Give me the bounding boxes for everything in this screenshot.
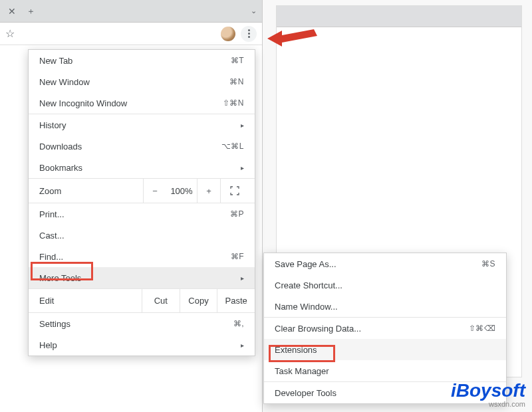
menu-label: Create Shortcut... [275, 280, 495, 290]
menu-label: Edit [29, 296, 142, 306]
menu-item-edit: Edit Cut Copy Paste [29, 288, 255, 312]
brand-logo: iBoysoft [451, 380, 525, 401]
tab-dropdown-button[interactable]: ⌄ [251, 7, 257, 15]
shortcut: ⌘, [233, 319, 244, 328]
tab-close-button[interactable]: ✕ [3, 3, 21, 19]
menu-item-downloads[interactable]: Downloads ⌥⌘L [29, 136, 255, 157]
menu-label: Extensions [275, 345, 495, 355]
close-icon: ✕ [8, 6, 16, 17]
menu-label: Help [39, 340, 235, 350]
menu-label: Zoom [29, 186, 143, 196]
submenu-item-save-page[interactable]: Save Page As... ⌘S [264, 253, 506, 274]
menu-label: Task Manager [275, 366, 495, 376]
edit-cut-button[interactable]: Cut [142, 289, 180, 312]
edit-copy-button[interactable]: Copy [180, 289, 217, 312]
menu-label: Settings [39, 319, 233, 329]
shortcut: ⌘N [229, 77, 244, 86]
chevron-right-icon: ▸ [241, 342, 244, 349]
submenu-item-name-window[interactable]: Name Window... [264, 296, 506, 317]
menu-label: New Window [39, 77, 229, 87]
chevron-right-icon: ▸ [241, 122, 244, 129]
menu-item-new-tab[interactable]: New Tab ⌘T [29, 50, 255, 71]
menu-label: History [39, 120, 235, 130]
menu-item-new-incognito[interactable]: New Incognito Window ⇧⌘N [29, 92, 255, 114]
chrome-main-menu: New Tab ⌘T New Window ⌘N New Incognito W… [28, 49, 255, 356]
menu-item-settings[interactable]: Settings ⌘, [29, 313, 255, 334]
shortcut: ⌘T [231, 56, 244, 65]
menu-label: Bookmarks [39, 163, 235, 173]
zoom-in-button[interactable]: + [197, 179, 220, 203]
menu-label: Clear Browsing Data... [275, 324, 469, 334]
menu-item-bookmarks[interactable]: Bookmarks ▸ [29, 157, 255, 178]
chevron-right-icon: ▸ [241, 274, 244, 282]
watermark: iBoysoft wsxdn.com [451, 380, 525, 408]
fullscreen-button[interactable] [220, 179, 248, 203]
menu-item-new-window[interactable]: New Window ⌘N [29, 71, 255, 92]
tab-strip [277, 6, 521, 27]
submenu-item-task-manager[interactable]: Task Manager [264, 360, 506, 381]
menu-item-zoom: Zoom − 100% + [29, 179, 255, 203]
kebab-menu-button[interactable] [241, 26, 257, 42]
shortcut: ⇧⌘⌫ [469, 324, 496, 333]
zoom-level: 100% [166, 186, 197, 196]
shortcut: ⇧⌘N [223, 98, 244, 108]
shortcut: ⌘F [231, 252, 244, 261]
new-tab-button[interactable]: ＋ [21, 3, 40, 19]
menu-item-help[interactable]: Help ▸ [29, 334, 255, 356]
menu-label: Print... [39, 209, 230, 219]
menu-label: Downloads [39, 142, 221, 152]
shortcut: ⌘P [230, 209, 244, 219]
bookmark-star-icon[interactable]: ☆ [5, 27, 15, 40]
plus-icon: ＋ [27, 5, 35, 17]
toolbar: ☆ [0, 23, 262, 45]
menu-item-cast[interactable]: Cast... [29, 225, 255, 246]
shortcut: ⌥⌘L [221, 142, 244, 151]
menu-item-print[interactable]: Print... ⌘P [29, 203, 255, 225]
submenu-item-create-shortcut[interactable]: Create Shortcut... [264, 274, 506, 296]
menu-label: Save Page As... [275, 259, 481, 269]
menu-label: New Incognito Window [39, 98, 223, 108]
menu-label: Name Window... [275, 302, 495, 312]
shortcut: ⌘S [481, 259, 495, 268]
menu-item-find[interactable]: Find... ⌘F [29, 246, 255, 267]
fullscreen-icon [230, 186, 239, 195]
chevron-right-icon: ▸ [241, 164, 244, 171]
profile-avatar[interactable] [221, 27, 235, 41]
submenu-item-clear-browsing-data[interactable]: Clear Browsing Data... ⇧⌘⌫ [264, 318, 506, 339]
menu-item-more-tools[interactable]: More Tools ▸ [29, 267, 255, 288]
zoom-out-button[interactable]: − [143, 179, 166, 203]
menu-label: Find... [39, 252, 231, 262]
menu-item-history[interactable]: History ▸ [29, 114, 255, 136]
edit-paste-button[interactable]: Paste [217, 289, 255, 312]
tab-strip: ✕ ＋ ⌄ [0, 0, 262, 23]
menu-label: More Tools [39, 273, 235, 283]
menu-label: Cast... [39, 231, 244, 241]
submenu-item-extensions[interactable]: Extensions [264, 339, 506, 360]
menu-label: New Tab [39, 56, 231, 66]
